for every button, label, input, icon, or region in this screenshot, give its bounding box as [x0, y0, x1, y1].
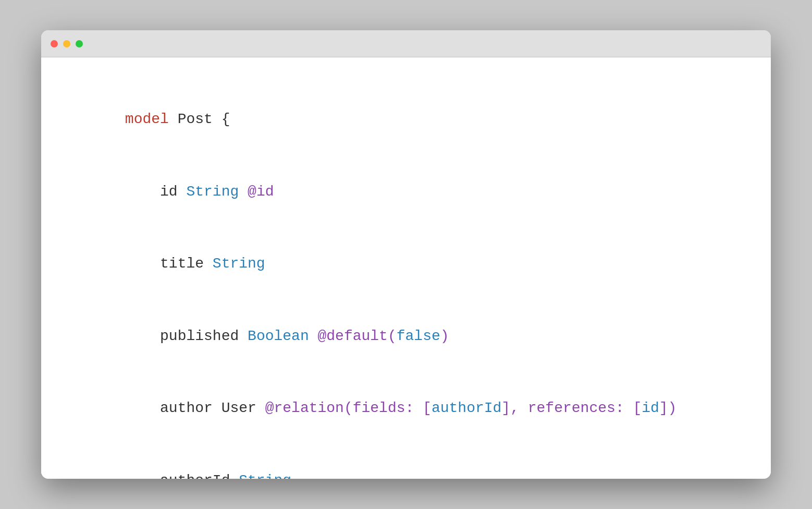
authorid-type: String	[239, 472, 291, 479]
relation-decorator: @relation(fields: [	[265, 400, 432, 416]
model-name: Post {	[169, 111, 230, 127]
author-field: author User	[125, 400, 265, 416]
default-value: false	[397, 328, 440, 344]
maximize-button[interactable]	[76, 40, 83, 47]
traffic-lights	[51, 40, 83, 47]
model-keyword: model	[125, 111, 169, 127]
authorid-field: authorId	[125, 472, 239, 479]
relation-fields: authorId	[432, 400, 501, 416]
published-decorator: @default(	[318, 328, 397, 344]
code-content: model Post { id String @id title String …	[41, 57, 771, 479]
relation-close: ])	[659, 400, 677, 416]
published-field: published	[125, 328, 248, 344]
minimize-button[interactable]	[63, 40, 70, 47]
id-decorator: @id	[248, 184, 274, 200]
id-field: id	[125, 184, 187, 200]
close-button[interactable]	[51, 40, 58, 47]
app-window: model Post { id String @id title String …	[41, 30, 771, 479]
published-type: Boolean	[248, 328, 317, 344]
titlebar	[41, 30, 771, 57]
relation-refs: id	[642, 400, 659, 416]
title-field: title	[125, 256, 213, 272]
title-type: String	[213, 256, 265, 272]
id-type: String	[186, 184, 248, 200]
relation-mid: ], references: [	[501, 400, 642, 416]
default-close: )	[440, 328, 449, 344]
code-editor: model Post { id String @id title String …	[72, 83, 740, 479]
